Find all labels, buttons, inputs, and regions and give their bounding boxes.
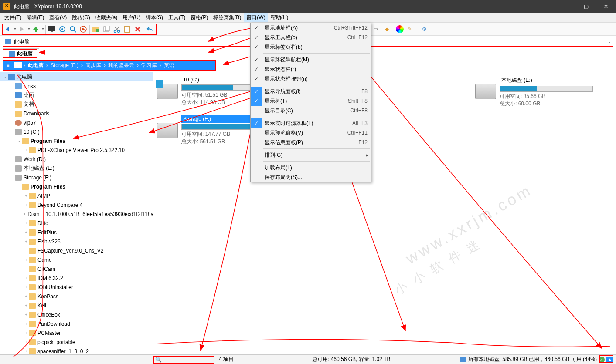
menu-1[interactable]: 编辑(E) <box>24 13 47 22</box>
menu-item[interactable]: ✓显示实时过滤器框(F)Alt+F3 <box>251 118 371 128</box>
tree-item[interactable]: -Program Files <box>0 136 153 145</box>
menu-item[interactable]: ✓显示状态栏按钮(n) <box>251 74 371 84</box>
menu-item[interactable]: 排列(G) <box>251 150 371 160</box>
menu-item[interactable]: 加载布局(L)... <box>251 163 371 172</box>
tree-item[interactable]: +PanDownload <box>0 319 153 328</box>
crumb-menu-icon[interactable]: ≡ <box>3 62 12 68</box>
tree-item[interactable]: FSCapture_Ver.9.0_Chs_V2 <box>0 246 153 255</box>
menu-7[interactable]: 工具(T) <box>166 13 188 22</box>
up-dropdown[interactable] <box>41 24 44 34</box>
menu-4[interactable]: 收藏夹(a) <box>93 13 120 22</box>
crumb-2[interactable]: 同步库 <box>83 62 104 69</box>
tree-item[interactable]: GitCam <box>0 264 153 273</box>
menu-item[interactable]: 显示预览窗格(V)Ctrl+F11 <box>251 128 371 138</box>
tree-item[interactable]: +AIMP <box>0 191 153 200</box>
expand-icon[interactable]: + <box>24 285 29 290</box>
tab-this-pc[interactable]: 此电脑 <box>3 48 39 59</box>
tree-item[interactable]: 文档 <box>0 100 153 109</box>
drive-item[interactable]: 本地磁盘 (E:)可用空间: 35.66 GB总大小: 60.00 GB <box>475 76 593 108</box>
menu-item[interactable]: 显示目录(C)Ctrl+F8 <box>251 106 371 115</box>
expand-icon[interactable]: + <box>24 294 29 299</box>
tree-item[interactable]: -此电脑 <box>0 72 153 81</box>
address-dropdown-icon[interactable] <box>607 39 611 45</box>
expand-icon[interactable]: + <box>24 276 29 280</box>
tree-item[interactable]: +PDF-XChange Viewer Pro 2.5.322.10 <box>0 145 153 155</box>
tree-item[interactable]: +IDM.6.32.2 <box>0 273 153 283</box>
undo-icon[interactable] <box>145 24 156 34</box>
expand-icon[interactable]: + <box>24 303 29 308</box>
monitor-icon[interactable] <box>47 24 57 34</box>
nav-forward-button[interactable] <box>17 24 27 34</box>
menu-item[interactable]: ✓显示树(T)Shift+F8 <box>251 96 371 106</box>
expand-icon[interactable]: + <box>24 258 29 262</box>
tree-item[interactable]: vip57 <box>0 118 153 127</box>
tree-item[interactable]: +Ditto <box>0 219 153 228</box>
new-folder-icon[interactable] <box>91 24 101 34</box>
gear-icon[interactable]: ⚙ <box>419 24 429 34</box>
tree-item[interactable]: +picpick_portable <box>0 337 153 347</box>
close-button[interactable]: ✕ <box>596 0 616 13</box>
menu-item[interactable]: ✓显示地址栏(A)Ctrl+Shift+F12 <box>251 23 371 33</box>
expand-icon[interactable]: + <box>24 203 29 207</box>
expand-icon[interactable]: + <box>24 340 29 344</box>
pane-icon[interactable]: ▭ <box>370 24 381 34</box>
paste-icon[interactable] <box>122 24 133 34</box>
maximize-button[interactable]: ▢ <box>576 0 596 13</box>
menu-item[interactable]: ✓显示导航面板(i)F8 <box>251 87 371 96</box>
tree-item[interactable]: -Program Files <box>0 182 153 191</box>
menu-10[interactable]: 窗口(W) <box>244 13 268 22</box>
tree-item[interactable]: +Beyond Compare 4 <box>0 200 153 209</box>
menu-3[interactable]: 跳转(G) <box>69 13 92 22</box>
forward-dropdown[interactable] <box>27 24 31 34</box>
expand-icon[interactable]: - <box>10 130 15 134</box>
crumb-0[interactable]: 此电脑 <box>25 62 46 69</box>
crumb-3[interactable]: 我的坚果云 <box>106 62 137 69</box>
tree-item[interactable]: Work (D:) <box>0 155 153 164</box>
menu-item[interactable]: ✓显示路径导航栏(M) <box>251 55 371 64</box>
tree-item[interactable]: +PCMaster <box>0 328 153 337</box>
menu-6[interactable]: 脚本(S) <box>143 13 166 22</box>
menu-item[interactable]: ✓显示工具栏(o)Ctrl+F12 <box>251 33 371 42</box>
tree-item[interactable]: 本地磁盘 (E:) <box>0 164 153 173</box>
expand-icon[interactable]: - <box>17 185 22 189</box>
expand-icon[interactable]: + <box>24 239 29 244</box>
menu-0[interactable]: 文件(F) <box>2 13 24 22</box>
folder-tree[interactable]: -此电脑Links桌面文档Downloadsvip57-10 (C:)-Prog… <box>0 71 153 359</box>
expand-icon[interactable]: + <box>24 221 29 226</box>
expand-icon[interactable]: + <box>24 148 29 152</box>
breadcrumb-bar[interactable]: ≡ 此电脑 Storage (F:) 同步库 我的坚果云 学习库 英语 <box>3 60 216 71</box>
tree-item[interactable]: -10 (C:) <box>0 127 153 136</box>
delete-icon[interactable] <box>133 24 143 34</box>
expand-icon[interactable]: - <box>17 139 22 143</box>
menu-11[interactable]: 帮助(H) <box>268 13 291 22</box>
tag-icon[interactable]: ◆ <box>381 24 392 34</box>
menu-5[interactable]: 用户(U) <box>120 13 143 22</box>
tree-item[interactable]: +OfficeBox <box>0 310 153 319</box>
expand-icon[interactable]: + <box>24 322 29 326</box>
status-up-icon[interactable]: ▲ <box>606 357 613 363</box>
menu-8[interactable]: 窗格(P) <box>188 13 211 22</box>
tree-item[interactable]: 桌面 <box>0 91 153 100</box>
target-icon[interactable] <box>57 24 68 34</box>
filter-box[interactable]: 🔍 <box>153 356 214 364</box>
expand-icon[interactable]: + <box>24 230 29 235</box>
expand-icon[interactable]: - <box>10 175 15 180</box>
menu-9[interactable]: 标签页集(B) <box>211 13 244 22</box>
tree-item[interactable]: Downloads <box>0 109 153 118</box>
tree-item[interactable]: +EditPlus <box>0 228 153 237</box>
expand-icon[interactable]: + <box>24 194 29 198</box>
nav-up-button[interactable] <box>31 24 41 34</box>
tree-item[interactable]: +KeePass <box>0 292 153 301</box>
menu-item[interactable]: 显示信息面板(P)F12 <box>251 138 371 147</box>
search-icon[interactable] <box>68 24 78 34</box>
menu-2[interactable]: 查看(V) <box>47 13 69 22</box>
tree-item[interactable]: +Keil <box>0 301 153 310</box>
copy-icon[interactable] <box>101 24 112 34</box>
crumb-5[interactable]: 英语 <box>161 62 177 69</box>
crumb-1[interactable]: Storage (F:) <box>48 62 81 68</box>
expand-icon[interactable]: - <box>3 75 8 79</box>
window-menu-dropdown[interactable]: ✓显示地址栏(A)Ctrl+Shift+F12✓显示工具栏(o)Ctrl+F12… <box>250 23 371 182</box>
tree-item[interactable]: -Storage (F:) <box>0 173 153 182</box>
expand-icon[interactable]: + <box>24 349 29 354</box>
tree-item[interactable]: Links <box>0 81 153 91</box>
